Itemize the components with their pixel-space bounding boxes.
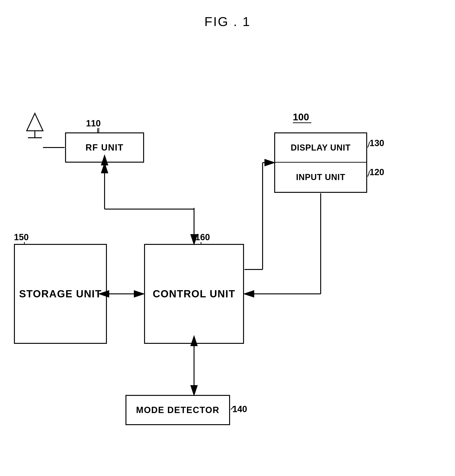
label-150: 150 [14,232,29,242]
diagram-container: FIG . 1 100 110 RF UNIT DISPLAY UNIT INP… [0,0,455,476]
label-130: 130 [369,138,384,148]
control-unit-label: CONTROL UNIT [153,287,236,300]
rf-unit-label: RF UNIT [86,143,124,153]
antenna-symbol [25,111,44,140]
rf-unit-block: RF UNIT [65,132,144,163]
label-120: 120 [369,167,384,177]
input-unit-block: INPUT UNIT [275,163,366,192]
label-140: 140 [232,404,247,414]
display-unit-label: DISPLAY UNIT [291,143,351,153]
mode-detector-block: MODE DETECTOR [125,395,230,425]
figure-title: FIG . 1 [204,14,251,29]
mode-detector-label: MODE DETECTOR [136,405,219,415]
control-unit-block: CONTROL UNIT [144,244,244,344]
svg-marker-0 [27,113,43,131]
label-110: 110 [86,119,101,129]
input-unit-label: INPUT UNIT [296,172,345,182]
system-label: 100 [293,112,309,123]
storage-unit-label: STORAGE UNIT [19,287,102,300]
display-unit-block: DISPLAY UNIT [275,133,366,163]
display-input-block: DISPLAY UNIT INPUT UNIT [274,132,367,193]
system-label-underline [293,122,311,123]
label-160: 160 [195,232,210,242]
storage-unit-block: STORAGE UNIT [14,244,107,344]
